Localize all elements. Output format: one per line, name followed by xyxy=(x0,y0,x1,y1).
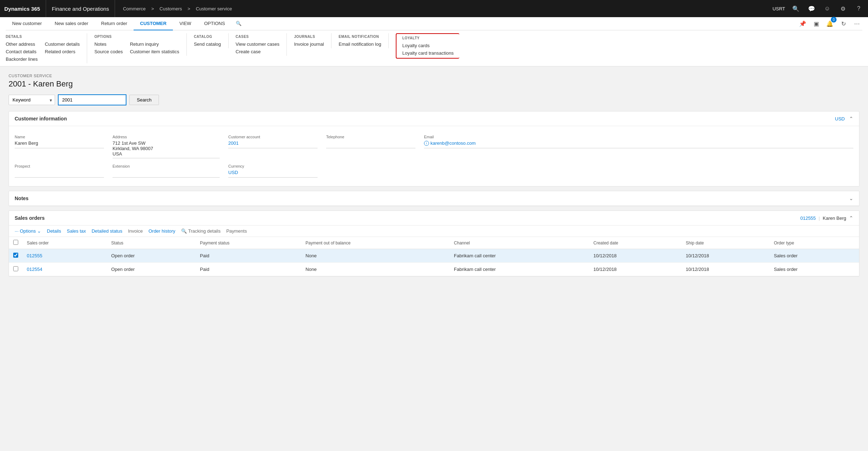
tracking-label: Tracking details xyxy=(188,228,221,234)
help-icon[interactable]: ? xyxy=(854,4,864,14)
ribbon-group-email-notification: EMAIL NOTIFICATION Email notification lo… xyxy=(339,33,389,48)
ribbon-windows-icon[interactable]: ▣ xyxy=(811,18,822,29)
row1-order-link[interactable]: 012555 xyxy=(27,253,42,258)
email-notification-log-link[interactable]: Email notification log xyxy=(339,41,381,47)
tab-new-sales-order[interactable]: New sales order xyxy=(48,17,95,30)
tracking-details-btn[interactable]: 🔍 Tracking details xyxy=(181,228,221,234)
source-codes-link[interactable]: Source codes xyxy=(94,49,123,54)
email-with-icon[interactable]: i karenb@contoso.com xyxy=(424,140,853,146)
details-col-1: Other address Contact details Backorder … xyxy=(6,41,38,62)
options-btn[interactable]: ··· Options ⌄ xyxy=(15,228,41,234)
email-notification-group-title: EMAIL NOTIFICATION xyxy=(339,35,381,39)
telephone-value xyxy=(326,140,415,148)
search-button[interactable]: Search xyxy=(129,95,159,105)
customer-item-stats-link[interactable]: Customer item statistics xyxy=(130,49,179,54)
customer-details-link[interactable]: Customer details xyxy=(45,41,80,47)
invoice-btn[interactable]: Invoice xyxy=(128,228,143,234)
currency-value[interactable]: USD xyxy=(228,170,318,178)
select-all-checkbox[interactable] xyxy=(13,240,18,245)
customer-name-heading: 2001 - Karen Berg xyxy=(9,79,859,89)
dynamics-brand[interactable]: Dynamics 365 xyxy=(4,0,46,17)
invoice-journal-link[interactable]: Invoice journal xyxy=(294,41,324,47)
search-bar: Keyword Search xyxy=(9,94,859,105)
email-text[interactable]: karenb@contoso.com xyxy=(430,140,476,146)
ribbon-group-journals: JOURNALS Invoice journal xyxy=(294,33,331,48)
detailed-status-btn[interactable]: Detailed status xyxy=(91,228,122,234)
current-order-link[interactable]: 012555 xyxy=(800,215,815,221)
loyalty-cards-link[interactable]: Loyalty cards xyxy=(402,43,454,48)
row2-checkbox[interactable] xyxy=(13,266,18,271)
sales-orders-header: Sales orders 012555 | Karen Berg ⌃ xyxy=(9,211,859,226)
search-icon[interactable]: 🔍 xyxy=(791,4,801,14)
return-inquiry-link[interactable]: Return inquiry xyxy=(130,41,179,47)
details-btn[interactable]: Details xyxy=(47,228,61,234)
notes-collapse-icon[interactable]: ⌄ xyxy=(849,195,853,201)
loyalty-card-transactions-link[interactable]: Loyalty card transactions xyxy=(402,50,454,56)
view-customer-cases-link[interactable]: View customer cases xyxy=(236,41,280,47)
row1-checkbox[interactable] xyxy=(13,253,18,258)
tab-customer[interactable]: CUSTOMER xyxy=(134,17,173,30)
other-address-link[interactable]: Other address xyxy=(6,41,38,47)
currency-label: Currency xyxy=(228,164,318,168)
related-orders-link[interactable]: Related orders xyxy=(45,49,80,54)
notes-section: Notes ⌄ xyxy=(9,191,859,206)
row2-ship-date: 10/12/2018 xyxy=(682,263,770,276)
ribbon-search-icon[interactable]: 🔍 xyxy=(231,18,246,30)
breadcrumb-customer-service[interactable]: Customer service xyxy=(196,6,232,11)
catalog-col-1: Send catalog xyxy=(194,41,221,47)
notes-link[interactable]: Notes xyxy=(94,41,123,47)
user-circle-icon[interactable]: ☺ xyxy=(822,4,832,14)
ribbon-group-catalog: CATALOG Send catalog xyxy=(194,33,229,48)
table-row[interactable]: 012555 Open order Paid None Fabrikam cal… xyxy=(9,249,859,263)
ship-date-col-header: Ship date xyxy=(682,237,770,249)
row1-check xyxy=(9,249,23,263)
row2-payment-status: Paid xyxy=(196,263,301,276)
row2-status: Open order xyxy=(107,263,196,276)
tab-view[interactable]: VIEW xyxy=(173,17,198,30)
ribbon-group-details: DETAILS Other address Contact details Ba… xyxy=(6,33,87,63)
row2-order-link[interactable]: 012554 xyxy=(27,267,42,272)
customer-service-label: CUSTOMER SERVICE xyxy=(9,74,859,78)
breadcrumb-commerce[interactable]: Commerce xyxy=(123,6,146,11)
order-divider: | xyxy=(819,215,820,221)
sales-orders-collapse-icon[interactable]: ⌃ xyxy=(849,215,853,221)
prospect-value xyxy=(15,170,104,178)
customer-account-value[interactable]: 2001 xyxy=(228,140,318,148)
tab-new-customer[interactable]: New customer xyxy=(6,17,48,30)
settings-icon[interactable]: ⚙ xyxy=(838,4,848,14)
backorder-lines-link[interactable]: Backorder lines xyxy=(6,56,38,62)
send-catalog-link[interactable]: Send catalog xyxy=(194,41,221,47)
keyword-select[interactable]: Keyword xyxy=(9,95,55,105)
create-case-link[interactable]: Create case xyxy=(236,49,280,54)
tab-options[interactable]: OPTIONS xyxy=(198,17,231,30)
chat-icon[interactable]: 💬 xyxy=(807,4,817,14)
row2-payment-balance: None xyxy=(301,263,450,276)
tab-return-order[interactable]: Return order xyxy=(95,17,134,30)
notes-header[interactable]: Notes ⌄ xyxy=(9,191,859,206)
email-value: i karenb@contoso.com xyxy=(424,140,853,148)
customer-info-header[interactable]: Customer information USD ⌃ xyxy=(9,111,859,126)
ribbon-refresh-icon[interactable]: ↻ xyxy=(838,18,849,29)
notes-header-right: ⌄ xyxy=(849,195,853,201)
ribbon-notification-icon[interactable]: 🔔 0 xyxy=(824,18,835,29)
customer-account-label: Customer account xyxy=(228,135,318,139)
options-col-2: Return inquiry Customer item statistics xyxy=(130,41,179,54)
contact-details-link[interactable]: Contact details xyxy=(6,49,38,54)
order-history-btn[interactable]: Order history xyxy=(149,228,175,234)
table-row[interactable]: 012554 Open order Paid None Fabrikam cal… xyxy=(9,263,859,276)
ribbon-content: DETAILS Other address Contact details Ba… xyxy=(6,30,862,66)
ribbon-more-icon[interactable]: ⋯ xyxy=(852,18,862,29)
search-input[interactable] xyxy=(58,94,126,105)
currency-link[interactable]: USD xyxy=(835,116,845,122)
collapse-icon[interactable]: ⌃ xyxy=(849,116,853,122)
row2-created-date: 10/12/2018 xyxy=(589,263,682,276)
customer-info-section: Customer information USD ⌃ Name Karen Be… xyxy=(9,111,859,187)
sales-tax-btn[interactable]: Sales tax xyxy=(67,228,86,234)
ribbon-pin-icon[interactable]: 📌 xyxy=(797,18,808,29)
finance-ops-brand[interactable]: Finance and Operations xyxy=(46,0,115,17)
customer-info-body: Name Karen Berg Address 712 1st Ave SW K… xyxy=(9,126,859,186)
breadcrumb-customers[interactable]: Customers xyxy=(160,6,182,11)
sales-order-col-header: Sales order xyxy=(23,237,107,249)
status-col-header: Status xyxy=(107,237,196,249)
payments-btn[interactable]: Payments xyxy=(226,228,247,234)
